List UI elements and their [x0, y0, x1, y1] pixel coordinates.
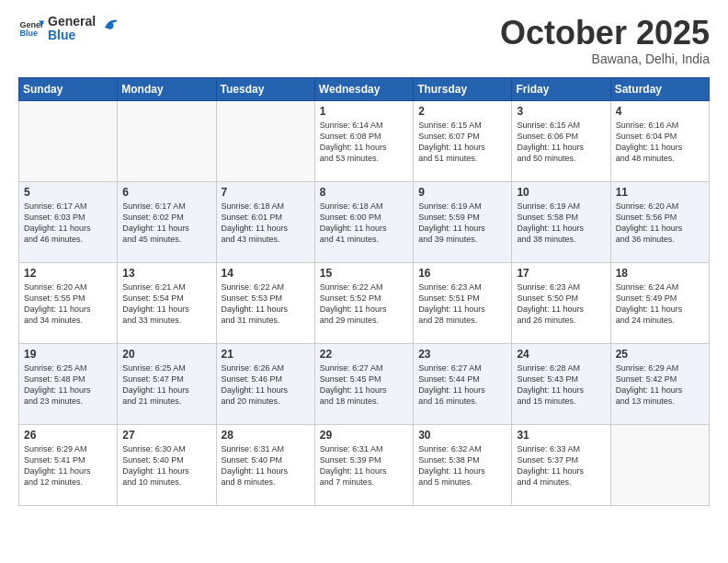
cell-info: Sunrise: 6:21 AM Sunset: 5:54 PM Dayligh…	[122, 282, 210, 327]
calendar-cell: 22Sunrise: 6:27 AM Sunset: 5:45 PM Dayli…	[314, 343, 413, 424]
location-subtitle: Bawana, Delhi, India	[500, 52, 710, 66]
cell-info: Sunrise: 6:31 AM Sunset: 5:39 PM Dayligh…	[320, 443, 408, 488]
weekday-header-wednesday: Wednesday	[314, 77, 413, 100]
cell-info: Sunrise: 6:25 AM Sunset: 5:47 PM Dayligh…	[122, 362, 210, 408]
day-number: 13	[122, 267, 210, 280]
day-number: 2	[418, 105, 506, 118]
calendar-cell: 1Sunrise: 6:14 AM Sunset: 6:08 PM Daylig…	[314, 100, 413, 181]
cell-info: Sunrise: 6:22 AM Sunset: 5:52 PM Dayligh…	[320, 282, 408, 327]
day-number: 31	[517, 429, 605, 442]
calendar-cell	[19, 100, 118, 181]
day-number: 7	[222, 186, 310, 199]
calendar-cell: 6Sunrise: 6:17 AM Sunset: 6:02 PM Daylig…	[118, 181, 216, 262]
calendar-cell: 4Sunrise: 6:16 AM Sunset: 6:04 PM Daylig…	[610, 100, 709, 181]
calendar-cell: 12Sunrise: 6:20 AM Sunset: 5:55 PM Dayli…	[19, 262, 118, 343]
cell-info: Sunrise: 6:19 AM Sunset: 5:58 PM Dayligh…	[517, 201, 605, 246]
day-number: 24	[517, 348, 605, 361]
cell-info: Sunrise: 6:30 AM Sunset: 5:40 PM Dayligh…	[122, 443, 210, 488]
svg-text:Blue: Blue	[19, 29, 38, 39]
cell-info: Sunrise: 6:29 AM Sunset: 5:41 PM Dayligh…	[24, 443, 112, 488]
day-number: 22	[320, 348, 408, 361]
day-number: 17	[517, 267, 605, 280]
cell-info: Sunrise: 6:20 AM Sunset: 5:56 PM Dayligh…	[616, 201, 704, 246]
calendar-cell: 7Sunrise: 6:18 AM Sunset: 6:01 PM Daylig…	[216, 181, 314, 262]
calendar-cell: 27Sunrise: 6:30 AM Sunset: 5:40 PM Dayli…	[118, 424, 216, 505]
logo-text-blue: Blue	[48, 29, 96, 42]
calendar-cell: 20Sunrise: 6:25 AM Sunset: 5:47 PM Dayli…	[118, 343, 216, 424]
cell-info: Sunrise: 6:24 AM Sunset: 5:49 PM Dayligh…	[616, 282, 704, 327]
day-number: 4	[616, 105, 704, 118]
day-number: 1	[320, 105, 408, 118]
cell-info: Sunrise: 6:15 AM Sunset: 6:06 PM Dayligh…	[517, 120, 605, 165]
week-row-1: 1Sunrise: 6:14 AM Sunset: 6:08 PM Daylig…	[19, 100, 710, 181]
logo: General Blue General Blue	[18, 15, 121, 43]
logo-bird-icon	[101, 15, 121, 35]
calendar-cell	[216, 100, 314, 181]
cell-info: Sunrise: 6:23 AM Sunset: 5:50 PM Dayligh…	[517, 282, 605, 327]
day-number: 27	[122, 429, 210, 442]
cell-info: Sunrise: 6:26 AM Sunset: 5:46 PM Dayligh…	[222, 362, 310, 408]
day-number: 23	[418, 348, 506, 361]
week-row-5: 26Sunrise: 6:29 AM Sunset: 5:41 PM Dayli…	[19, 424, 710, 505]
cell-info: Sunrise: 6:18 AM Sunset: 6:01 PM Dayligh…	[222, 201, 310, 246]
calendar-cell: 5Sunrise: 6:17 AM Sunset: 6:03 PM Daylig…	[19, 181, 118, 262]
day-number: 15	[320, 267, 408, 280]
weekday-header-tuesday: Tuesday	[216, 77, 314, 100]
week-row-3: 12Sunrise: 6:20 AM Sunset: 5:55 PM Dayli…	[19, 262, 710, 343]
weekday-header-sunday: Sunday	[19, 77, 118, 100]
day-number: 3	[517, 105, 605, 118]
cell-info: Sunrise: 6:25 AM Sunset: 5:48 PM Dayligh…	[24, 362, 112, 408]
calendar-cell	[610, 424, 709, 505]
cell-info: Sunrise: 6:27 AM Sunset: 5:44 PM Dayligh…	[418, 362, 506, 408]
day-number: 5	[24, 186, 112, 199]
cell-info: Sunrise: 6:18 AM Sunset: 6:00 PM Dayligh…	[320, 201, 408, 246]
day-number: 25	[616, 348, 704, 361]
cell-info: Sunrise: 6:28 AM Sunset: 5:43 PM Dayligh…	[517, 362, 605, 408]
page: General Blue General Blue October 2025 B…	[0, 0, 728, 563]
weekday-header-row: SundayMondayTuesdayWednesdayThursdayFrid…	[19, 77, 710, 100]
calendar-cell: 8Sunrise: 6:18 AM Sunset: 6:00 PM Daylig…	[314, 181, 413, 262]
month-title: October 2025	[500, 15, 710, 52]
day-number: 16	[418, 267, 506, 280]
day-number: 29	[320, 429, 408, 442]
weekday-header-friday: Friday	[512, 77, 610, 100]
logo-text-general: General	[48, 15, 96, 29]
calendar-cell	[118, 100, 216, 181]
calendar-cell: 24Sunrise: 6:28 AM Sunset: 5:43 PM Dayli…	[512, 343, 610, 424]
calendar-cell: 9Sunrise: 6:19 AM Sunset: 5:59 PM Daylig…	[414, 181, 512, 262]
day-number: 19	[24, 348, 112, 361]
calendar-cell: 13Sunrise: 6:21 AM Sunset: 5:54 PM Dayli…	[118, 262, 216, 343]
cell-info: Sunrise: 6:17 AM Sunset: 6:03 PM Dayligh…	[24, 201, 112, 246]
weekday-header-thursday: Thursday	[414, 77, 512, 100]
calendar-cell: 15Sunrise: 6:22 AM Sunset: 5:52 PM Dayli…	[314, 262, 413, 343]
day-number: 20	[122, 348, 210, 361]
cell-info: Sunrise: 6:16 AM Sunset: 6:04 PM Dayligh…	[616, 120, 704, 165]
day-number: 11	[616, 186, 704, 199]
calendar-cell: 31Sunrise: 6:33 AM Sunset: 5:37 PM Dayli…	[512, 424, 610, 505]
cell-info: Sunrise: 6:31 AM Sunset: 5:40 PM Dayligh…	[222, 443, 310, 488]
day-number: 10	[517, 186, 605, 199]
day-number: 28	[222, 429, 310, 442]
day-number: 30	[418, 429, 506, 442]
calendar-cell: 26Sunrise: 6:29 AM Sunset: 5:41 PM Dayli…	[19, 424, 118, 505]
calendar-cell: 30Sunrise: 6:32 AM Sunset: 5:38 PM Dayli…	[414, 424, 512, 505]
calendar-cell: 25Sunrise: 6:29 AM Sunset: 5:42 PM Dayli…	[610, 343, 709, 424]
day-number: 14	[222, 267, 310, 280]
calendar-cell: 16Sunrise: 6:23 AM Sunset: 5:51 PM Dayli…	[414, 262, 512, 343]
calendar-cell: 28Sunrise: 6:31 AM Sunset: 5:40 PM Dayli…	[216, 424, 314, 505]
calendar-cell: 23Sunrise: 6:27 AM Sunset: 5:44 PM Dayli…	[414, 343, 512, 424]
title-block: October 2025 Bawana, Delhi, India	[500, 15, 710, 66]
cell-info: Sunrise: 6:32 AM Sunset: 5:38 PM Dayligh…	[418, 443, 506, 488]
cell-info: Sunrise: 6:14 AM Sunset: 6:08 PM Dayligh…	[320, 120, 408, 165]
calendar-cell: 11Sunrise: 6:20 AM Sunset: 5:56 PM Dayli…	[610, 181, 709, 262]
week-row-4: 19Sunrise: 6:25 AM Sunset: 5:48 PM Dayli…	[19, 343, 710, 424]
cell-info: Sunrise: 6:17 AM Sunset: 6:02 PM Dayligh…	[122, 201, 210, 246]
day-number: 9	[418, 186, 506, 199]
calendar-cell: 2Sunrise: 6:15 AM Sunset: 6:07 PM Daylig…	[414, 100, 512, 181]
cell-info: Sunrise: 6:19 AM Sunset: 5:59 PM Dayligh…	[418, 201, 506, 246]
header: General Blue General Blue October 2025 B…	[18, 15, 710, 66]
calendar-cell: 14Sunrise: 6:22 AM Sunset: 5:53 PM Dayli…	[216, 262, 314, 343]
calendar-cell: 3Sunrise: 6:15 AM Sunset: 6:06 PM Daylig…	[512, 100, 610, 181]
week-row-2: 5Sunrise: 6:17 AM Sunset: 6:03 PM Daylig…	[19, 181, 710, 262]
day-number: 8	[320, 186, 408, 199]
